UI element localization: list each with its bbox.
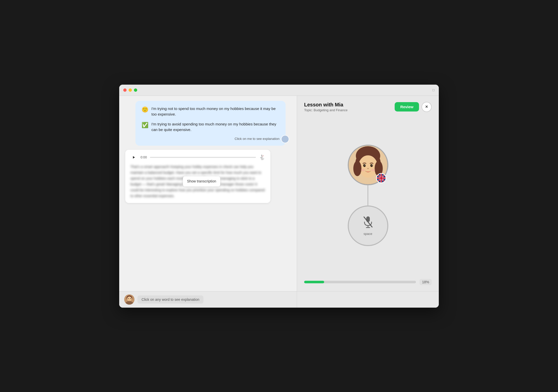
svg-point-12 — [371, 169, 375, 171]
review-button[interactable]: Review — [395, 102, 419, 111]
progress-bar-container: 18% — [304, 279, 432, 285]
user-avatar — [124, 294, 134, 305]
click-any-word-hint: Click on any word to see explanation — [137, 295, 203, 304]
choice-text-1: I'm trying not to spend too much money o… — [151, 106, 280, 117]
lesson-title: Lesson with Mia — [304, 102, 347, 108]
left-panel: 🙂 I'm trying not to spend too much money… — [119, 96, 297, 291]
smiley-icon: 🙂 — [142, 106, 148, 113]
mic-circle[interactable]: space — [348, 206, 388, 246]
close-traffic-light[interactable] — [123, 88, 127, 92]
space-label: space — [363, 232, 372, 236]
right-panel: Lesson with Mia Topic: Budgeting and Fin… — [297, 96, 439, 291]
avatar-diagram: space — [297, 116, 439, 275]
explanation-link[interactable]: Click on me to see explanation — [142, 137, 280, 141]
progress-bar-track — [304, 281, 416, 283]
svg-rect-23 — [366, 216, 370, 222]
choice-item-2: ✅ I'm trying to avoid spending too much … — [142, 121, 280, 133]
rabbit-icon[interactable]: 🐇 — [259, 154, 265, 160]
minimize-traffic-light[interactable] — [129, 88, 132, 92]
main-content: 🙂 I'm trying not to spend too much money… — [119, 96, 439, 291]
titlebar-right: ◻ — [432, 88, 435, 92]
svg-rect-21 — [377, 178, 386, 179]
audio-controls: 0:00 🐇 — [130, 154, 265, 161]
choice-bubble[interactable]: 🙂 I'm trying not to spend too much money… — [135, 101, 286, 146]
progress-percent: 18% — [420, 279, 432, 285]
lesson-info: Lesson with Mia Topic: Budgeting and Fin… — [304, 102, 347, 112]
right-header: Lesson with Mia Topic: Budgeting and Fin… — [297, 96, 439, 116]
app-window: ◻ 🙂 I'm trying not to spend too much mon… — [119, 85, 439, 308]
check-icon: ✅ — [142, 122, 148, 128]
bottom-bar-right — [297, 291, 439, 308]
choice-text-2: I'm trying to avoid spending too much mo… — [151, 121, 280, 133]
bottom-bar: Click on any word to see explanation — [119, 291, 439, 308]
tutor-circle — [348, 145, 388, 185]
connector-line — [368, 185, 368, 206]
progress-section: 18% — [297, 275, 439, 291]
play-button[interactable] — [130, 154, 137, 161]
svg-point-8 — [364, 165, 365, 165]
choice-item-1: 🙂 I'm trying not to spend too much money… — [142, 106, 280, 117]
time-display: 0:00 — [141, 155, 147, 159]
svg-point-31 — [127, 296, 132, 301]
progress-bar-fill — [304, 281, 324, 283]
svg-point-9 — [372, 165, 372, 165]
lesson-topic: Topic: Budgeting and Finance — [304, 108, 347, 112]
audio-card: 0:00 🐇 That's a smart approach! Keeping … — [125, 150, 270, 203]
blurred-content: That's a smart approach! Keeping your ho… — [130, 164, 265, 199]
uk-flag-icon — [376, 173, 386, 183]
svg-point-4 — [353, 161, 361, 176]
bubble-tail — [281, 135, 289, 143]
svg-point-32 — [128, 298, 129, 299]
svg-point-10 — [367, 168, 369, 169]
svg-point-6 — [363, 164, 366, 167]
bottom-bar-left: Click on any word to see explanation — [119, 291, 297, 308]
audio-progress-track[interactable] — [150, 157, 256, 158]
mic-icon — [363, 216, 373, 230]
maximize-traffic-light[interactable] — [134, 88, 137, 92]
titlebar: ◻ — [119, 85, 439, 96]
svg-point-11 — [361, 169, 365, 171]
header-actions: Review × — [395, 102, 432, 112]
close-button[interactable]: × — [422, 102, 432, 112]
svg-point-33 — [130, 298, 131, 299]
svg-point-7 — [370, 164, 373, 167]
show-transcription-tooltip[interactable]: Show transcription — [183, 176, 220, 186]
